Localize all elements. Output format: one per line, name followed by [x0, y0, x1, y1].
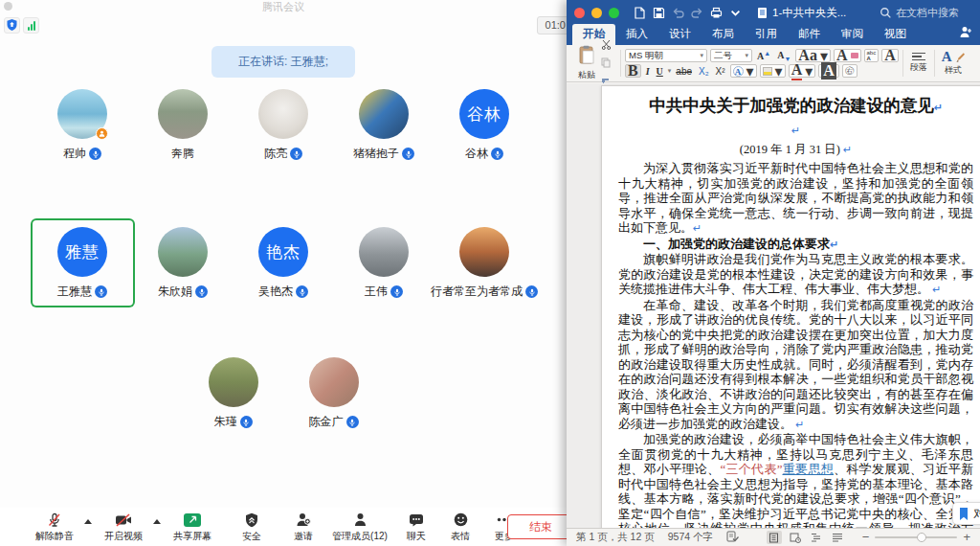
avatar	[359, 227, 409, 277]
zoom-slider[interactable]	[875, 536, 957, 538]
italic-button[interactable]: I	[644, 66, 652, 77]
window-control-icon[interactable]	[4, 2, 12, 11]
zoom-slider-knob[interactable]	[917, 533, 926, 542]
avatar	[309, 357, 359, 407]
participant-tile[interactable]: 猪猪抱子	[334, 82, 434, 168]
tab-view[interactable]: 视图	[874, 24, 917, 45]
emoji-button[interactable]: 表情	[438, 508, 482, 546]
mic-status-icon	[402, 148, 414, 160]
font-color-button[interactable]: A▾	[789, 64, 816, 78]
meeting-security-button[interactable]	[4, 17, 20, 34]
bold-button[interactable]: B	[625, 64, 641, 78]
participant-name: 王雅慧	[57, 284, 92, 300]
link-three-represents[interactable]: “三个代表”	[720, 462, 782, 476]
unmute-button[interactable]: 解除静音	[25, 508, 84, 546]
zoom-in-button[interactable]: +	[963, 533, 970, 542]
character-border-button[interactable]: A	[881, 49, 899, 62]
print-icon[interactable]	[710, 5, 723, 20]
minimize-window-icon[interactable]	[591, 8, 602, 18]
search-field[interactable]: 在文档中搜索	[880, 5, 959, 20]
grow-font-button[interactable]: A▲	[755, 50, 772, 61]
tab-insert[interactable]: 插入	[615, 24, 658, 45]
participant-tile[interactable]: 陈亮	[234, 82, 334, 168]
paragraph-1: 为深入贯彻落实习近平新时代中国特色社会主义思想和党的十九大精神，切实加强党的政治…	[618, 161, 973, 237]
paragraph-3: 在革命、建设、改革各个时期，我们党都高度重视党的政治建设，形成了讲政治的优良传统…	[618, 298, 973, 433]
participant-tile[interactable]: 朱欣娟	[133, 220, 234, 306]
strikethrough-button[interactable]: abe	[674, 66, 694, 77]
search-icon	[880, 5, 892, 20]
subscript-button[interactable]: X₂	[697, 66, 711, 77]
close-window-icon[interactable]	[574, 8, 585, 18]
participant-tile[interactable]: 王伟	[334, 220, 434, 306]
word-titlebar: 1-中共中央关... 在文档中搜索	[567, 0, 980, 25]
manage-members-button[interactable]: 管理成员(12)	[325, 508, 394, 546]
underline-button[interactable]: U	[655, 66, 665, 77]
document-area[interactable]: 中共中央关于加强党的政治建设的意见↵ ↵ (2019 年 1 月 31 日) ↵…	[567, 83, 980, 528]
enclose-characters-button[interactable]: ㊨	[842, 64, 858, 78]
save-icon[interactable]	[653, 5, 665, 20]
word-count[interactable]: 9574 个字	[668, 531, 713, 544]
character-shading-button[interactable]: A	[818, 64, 839, 78]
mic-options-caret[interactable]	[84, 519, 92, 524]
invite-button[interactable]: 邀请	[281, 508, 325, 546]
link-important-thought[interactable]: 重要思想	[782, 462, 834, 476]
tab-review[interactable]: 审阅	[831, 24, 874, 45]
tab-layout[interactable]: 布局	[702, 24, 745, 45]
participant-tile[interactable]: 奔腾	[133, 82, 234, 168]
font-name-select[interactable]: MS 明朝▾	[625, 49, 707, 62]
toolbar-options-caret-icon[interactable]	[729, 5, 742, 20]
web-layout-view-button[interactable]	[788, 531, 803, 544]
end-meeting-button[interactable]: 结束	[507, 514, 574, 539]
network-signal-button[interactable]	[23, 17, 39, 34]
mic-status-icon	[346, 416, 359, 428]
participant-tile[interactable]: 程帅	[33, 82, 133, 168]
share-person-icon[interactable]	[959, 25, 972, 45]
phonetic-guide-button[interactable]: abcA	[864, 49, 880, 62]
tab-references[interactable]: 引用	[745, 24, 788, 45]
redo-icon[interactable]	[691, 5, 703, 20]
styles-group-button[interactable]: A 样式	[939, 47, 968, 80]
page-indicator[interactable]: 第 1 页，共 12 页	[576, 531, 655, 544]
document-date: (2019 年 1 月 31 日) ↵	[618, 141, 973, 159]
undo-icon[interactable]	[672, 5, 684, 20]
participant-tile[interactable]: 陈金广	[283, 351, 384, 436]
participant-tile[interactable]: 朱瑾	[183, 351, 283, 436]
participant-tile[interactable]: 行者常至为者常成	[434, 220, 535, 306]
new-document-icon[interactable]	[634, 5, 646, 20]
zoom-out-button[interactable]: −	[862, 533, 870, 542]
participant-name: 奔腾	[171, 146, 194, 162]
shrink-font-button[interactable]: A▼	[775, 50, 792, 62]
tab-design[interactable]: 设计	[658, 24, 702, 45]
font-size-select[interactable]: 二号▾	[710, 49, 752, 62]
print-layout-view-button[interactable]	[767, 531, 782, 544]
participant-tile[interactable]: 艳杰 吴艳杰	[234, 220, 334, 306]
copy-button[interactable]	[601, 55, 616, 72]
share-screen-button[interactable]: 共享屏幕	[163, 508, 222, 546]
tab-mailings[interactable]: 邮件	[788, 24, 831, 45]
superscript-button[interactable]: X²	[714, 66, 727, 77]
participant-tile[interactable]: 谷林 谷林	[434, 82, 535, 168]
security-button[interactable]: 安全	[222, 508, 281, 546]
proofing-status-icon[interactable]	[726, 531, 739, 544]
chat-button[interactable]: 聊天	[394, 508, 438, 546]
underline-caret[interactable]: ▾	[668, 67, 672, 75]
participant-tile-active-speaker[interactable]: 雅慧 王雅慧	[33, 220, 133, 306]
start-video-button[interactable]: 开启视频	[94, 508, 153, 546]
outline-view-button[interactable]	[809, 531, 824, 544]
highlight-button[interactable]: ▾	[760, 64, 786, 78]
paragraph-group-button[interactable]: 段落	[907, 47, 930, 80]
clear-formatting-button[interactable]: A	[834, 49, 861, 62]
text-effects-button[interactable]: A▾	[730, 64, 757, 78]
meeting-window: 腾讯会议 01:0 正在讲话: 王雅慧;	[0, 0, 567, 546]
draft-view-button[interactable]	[830, 531, 845, 544]
paste-button[interactable]: 粘贴	[572, 47, 601, 80]
screen: 腾讯会议 01:0 正在讲话: 王雅慧;	[0, 0, 980, 546]
video-options-caret[interactable]	[153, 519, 161, 524]
clipboard-icon	[579, 45, 595, 68]
shield-icon	[7, 17, 17, 34]
mic-status-icon	[491, 148, 503, 160]
change-case-button[interactable]: Aa▾	[795, 49, 831, 62]
smart-lookup-popup[interactable]: 对	[952, 502, 980, 525]
maximize-window-icon[interactable]	[609, 8, 619, 18]
cut-button[interactable]	[601, 36, 616, 54]
